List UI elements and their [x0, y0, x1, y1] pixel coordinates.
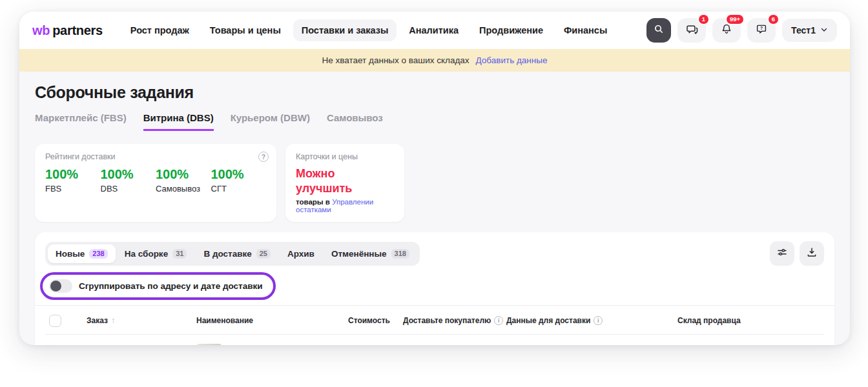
top-header: wb partners Рост продаж Товары и цены По… — [19, 12, 850, 49]
tab-courier-dbw[interactable]: Курьером (DBW) — [231, 112, 310, 131]
stat-sgt-value: 100% — [211, 166, 267, 182]
col-order-label: Заказ — [87, 316, 108, 325]
delivery-type-tabs: Маркетплейс (FBS) Витрина (DBS) Курьером… — [35, 112, 834, 131]
delivery-address: Санкт-Петербург, проспект Кузнецо… — [506, 344, 677, 345]
status-tab-cancelled[interactable]: Отменённые 318 — [324, 244, 417, 263]
search-icon — [654, 24, 664, 37]
col-delivery-data-label: Данные для доставки — [506, 316, 590, 325]
deliver-date: 31.08.2025 — [403, 344, 506, 345]
tab-pickup[interactable]: Самовывоз — [327, 112, 383, 131]
messages-button[interactable]: 1 — [677, 18, 706, 43]
product-thumbnail[interactable] — [196, 344, 222, 345]
status-tab-archive[interactable]: Архив — [280, 244, 322, 263]
nav-item-supplies-orders[interactable]: Поставки и заказы — [293, 19, 397, 41]
toggle-knob — [50, 281, 61, 292]
col-warehouse: Склад продавца — [677, 316, 796, 325]
col-cost: Стоимость — [348, 316, 403, 325]
status-tab-cancelled-count: 318 — [391, 249, 409, 259]
stat-sgt-label: СГТ — [211, 184, 267, 194]
stat-fbs: 100% FBS — [45, 166, 101, 194]
status-tab-delivering[interactable]: В доставке 25 — [196, 244, 278, 263]
download-button[interactable] — [800, 241, 824, 266]
page-title: Сборочные задания — [35, 83, 834, 102]
info-icon[interactable]: i — [594, 316, 603, 325]
help-badge: 6 — [767, 14, 780, 25]
header-actions: 1 99+ ? 6 Тест1 — [646, 18, 837, 43]
status-filters-row: Новые 238 На сборке 31 В доставке 25 Арх… — [45, 241, 824, 266]
help-button[interactable]: ? 6 — [747, 18, 776, 43]
sliders-icon — [776, 246, 788, 261]
order-row: 3794436654 от 30.08.2025 974 ч. 11 мин. … — [45, 335, 824, 345]
question-circle-icon[interactable]: ? — [258, 152, 269, 162]
info-icon[interactable]: i — [494, 316, 503, 325]
status-tab-delivering-label: В доставке — [203, 249, 251, 259]
product-info: / Хлебная кошка Арт. wb75ro271h — [229, 344, 296, 345]
main-nav: Рост продаж Товары и цены Поставки и зак… — [122, 19, 615, 41]
cards-prices-card: Карточки и цены Можно улучшить товары в … — [285, 144, 404, 222]
stat-dbs: 100% DBS — [101, 166, 156, 194]
logo-partners: partners — [52, 23, 103, 38]
group-toggle-label: Сгруппировать по адресу и дате доставки — [79, 281, 263, 291]
deliver-by-cell: 31.08.2025 с 09:00 до 23:00 — [403, 344, 506, 345]
search-button[interactable] — [646, 18, 671, 43]
col-delivery-data: Данные для доставки i — [506, 316, 677, 325]
status-segmented-control: Новые 238 На сборке 31 В доставке 25 Арх… — [45, 242, 420, 266]
delivery-data-cell: Санкт-Петербург, проспект Кузнецо… Скопи… — [506, 344, 677, 345]
nav-item-goods-prices[interactable]: Товары и цены — [202, 19, 289, 41]
nav-item-promotion[interactable]: Продвижение — [471, 19, 552, 41]
logo-wb: wb — [32, 23, 50, 38]
nav-item-analytics[interactable]: Аналитика — [400, 19, 467, 41]
status-tab-assembling-label: На сборке — [125, 249, 168, 259]
status-tab-delivering-count: 25 — [256, 249, 271, 259]
notifications-badge: 99+ — [725, 14, 745, 25]
chevron-down-icon — [820, 25, 828, 35]
prices-sub-prefix: товары в — [296, 198, 330, 206]
col-deliver-by-label: Доставьте покупателю — [403, 316, 491, 325]
delivery-ratings-card: Рейтинги доставки ? 100% FBS 100% DBS 10… — [35, 144, 276, 222]
stat-dbs-label: DBS — [101, 184, 156, 194]
status-tab-new[interactable]: Новые 238 — [48, 244, 116, 263]
col-order[interactable]: Заказ ↑ — [87, 316, 196, 325]
col-cost-label: Стоимость — [348, 316, 390, 325]
account-menu[interactable]: Тест1 — [782, 19, 837, 42]
orders-card: Новые 238 На сборке 31 В доставке 25 Арх… — [35, 232, 834, 345]
banner-add-data-link[interactable]: Добавить данные — [476, 55, 548, 65]
help-icon: ? — [756, 23, 767, 37]
filters-button[interactable] — [770, 241, 794, 266]
table-header-row: Заказ ↑ Наименование Стоимость Доставьте… — [45, 306, 824, 335]
status-tab-new-label: Новые — [56, 249, 85, 259]
group-toggle-zone: Сгруппировать по адресу и дате доставки — [40, 272, 824, 300]
status-tab-archive-label: Архив — [287, 249, 315, 259]
notifications-button[interactable]: 99+ — [712, 18, 741, 43]
status-tab-cancelled-label: Отменённые — [331, 249, 387, 259]
stat-pickup-label: Самовывоз — [156, 184, 211, 194]
summary-cards: Рейтинги доставки ? 100% FBS 100% DBS 10… — [35, 144, 834, 222]
prices-card-status: Можно улучшить — [296, 166, 394, 195]
cost-cell: 2 ₽ — [348, 344, 403, 345]
account-name: Тест1 — [791, 25, 816, 35]
col-name-label: Наименование — [196, 316, 253, 325]
page-content: Сборочные задания Маркетплейс (FBS) Витр… — [19, 72, 850, 345]
status-tab-assembling[interactable]: На сборке 31 — [117, 244, 195, 263]
bell-icon — [721, 23, 732, 37]
nav-item-growth[interactable]: Рост продаж — [122, 19, 198, 41]
chat-icon — [686, 23, 698, 38]
stat-pickup: 100% Самовывоз — [156, 166, 211, 194]
product-cell: / Хлебная кошка Арт. wb75ro271h — [196, 344, 348, 345]
stat-sgt: 100% СГТ — [211, 166, 267, 194]
tab-marketplace-fbs[interactable]: Маркетплейс (FBS) — [35, 112, 127, 131]
status-tab-new-count: 238 — [89, 249, 107, 259]
ratings-card-title: Рейтинги доставки — [45, 152, 266, 161]
tab-vitrina-dbs[interactable]: Витрина (DBS) — [143, 112, 214, 131]
nav-item-finance[interactable]: Финансы — [555, 19, 615, 41]
wb-partners-logo[interactable]: wb partners — [32, 23, 103, 38]
warehouse-warning-banner: Не хватает данных о ваших складах Добави… — [19, 49, 850, 72]
annotation-highlight: Сгруппировать по адресу и дате доставки — [40, 272, 276, 300]
group-by-address-toggle[interactable] — [49, 279, 72, 293]
order-cell: 3794436654 от 30.08.2025 974 ч. 11 мин. … — [87, 344, 196, 345]
app-window: wb partners Рост продаж Товары и цены По… — [19, 12, 850, 345]
sort-asc-icon: ↑ — [111, 316, 115, 325]
select-all-checkbox[interactable] — [49, 315, 61, 327]
stat-pickup-value: 100% — [156, 166, 211, 182]
order-number: 3794436654 — [87, 344, 196, 345]
